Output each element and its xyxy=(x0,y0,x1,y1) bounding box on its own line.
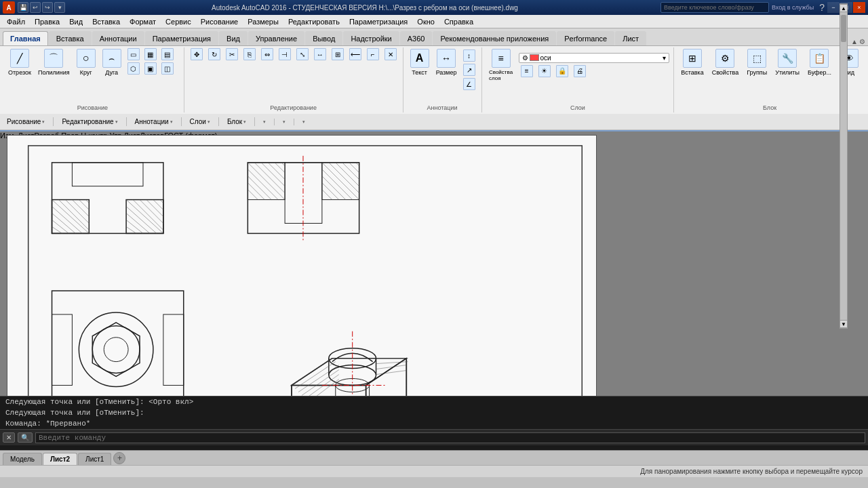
tab-recommended[interactable]: Рекомендованные приложения xyxy=(433,31,556,45)
menu-insert[interactable]: Вставка xyxy=(88,16,124,27)
tab-output[interactable]: Вывод xyxy=(305,31,342,45)
extra-dropdown[interactable]: ▾ xyxy=(260,119,269,125)
gradient-button[interactable]: ▤ xyxy=(159,47,176,61)
annot-dropdown[interactable]: Аннотации ▾ xyxy=(132,117,176,126)
copy-button[interactable]: ⎘ xyxy=(241,47,258,61)
menu-format[interactable]: Формат xyxy=(125,16,160,27)
menu-edit[interactable]: Правка xyxy=(31,16,64,27)
line-button[interactable]: ╱ Отрезок xyxy=(5,47,34,77)
region-button[interactable]: ▣ xyxy=(142,62,159,75)
hatch-button[interactable]: ▦ xyxy=(142,47,159,61)
help-icon[interactable]: ? xyxy=(819,2,825,13)
extra3-dropdown-group: ▾ xyxy=(300,119,313,125)
extra3-dropdown[interactable]: ▾ xyxy=(300,119,308,125)
tab-model[interactable]: Модель xyxy=(3,453,42,465)
tab-addons[interactable]: Надстройки xyxy=(343,31,399,45)
scroll-up[interactable]: ▲ xyxy=(840,4,848,12)
stretch-button[interactable]: ↔ xyxy=(312,47,328,61)
extra2-dropdown[interactable]: ▾ xyxy=(280,119,288,125)
layer-row2-dropdown[interactable]: Слои ▾ xyxy=(187,117,213,126)
annot-sm2[interactable]: ↗ xyxy=(461,63,477,77)
rect-button[interactable]: ▭ xyxy=(125,47,142,61)
menu-edit2[interactable]: Редактировать xyxy=(284,16,344,27)
tab-manage[interactable]: Управление xyxy=(248,31,304,45)
tab-params[interactable]: Параметризация xyxy=(145,31,218,45)
draw-dropdown[interactable]: Рисование ▾ xyxy=(4,117,47,126)
command-input[interactable] xyxy=(35,432,865,443)
dimension-button[interactable]: ↔ Размер xyxy=(433,47,460,77)
tab-performance[interactable]: Performance xyxy=(557,31,614,45)
drawing-canvas[interactable]: ИГ 3.1.85.01.000 Виды, разрезы, аксономе… xyxy=(7,135,597,396)
tab-home[interactable]: Главная xyxy=(3,31,48,45)
dimension-icon: ↔ xyxy=(437,49,456,68)
trim-button[interactable]: ✂ xyxy=(224,47,240,61)
edit-dropdown[interactable]: Редактирование ▾ xyxy=(59,117,120,126)
menu-service[interactable]: Сервис xyxy=(161,16,195,27)
layer-dropdown[interactable]: ⚙ оси ▾ xyxy=(519,53,670,63)
ribbon-minimize-icon[interactable]: ▲ xyxy=(851,38,858,45)
draw-dropdown-group: Рисование ▾ xyxy=(4,117,54,126)
menu-file[interactable]: Файл xyxy=(3,16,29,27)
wipeout-button[interactable]: ◫ xyxy=(159,62,176,75)
arc-button[interactable]: ⌢ Дуга xyxy=(100,47,124,77)
properties-button[interactable]: ⚙ Свойства xyxy=(709,47,742,77)
groups-button[interactable]: ⬚ Группы xyxy=(744,47,770,77)
tab-view[interactable]: Вид xyxy=(219,31,248,45)
layer-sm1[interactable]: ≡ xyxy=(519,64,535,78)
menu-draw[interactable]: Рисование xyxy=(197,16,242,27)
rotate-button[interactable]: ↻ xyxy=(206,47,222,61)
minimize-button[interactable]: − xyxy=(827,2,840,13)
tab-sheet[interactable]: Лист xyxy=(615,31,646,45)
menu-window[interactable]: Окно xyxy=(413,16,439,27)
polyline-button[interactable]: ⌒ Полилиния xyxy=(35,47,73,77)
scroll-down[interactable]: ▼ xyxy=(840,320,848,328)
scroll-thumb[interactable] xyxy=(841,15,846,42)
qa-undo[interactable]: ↩ xyxy=(30,2,41,13)
tab-add-button[interactable]: + xyxy=(113,452,125,464)
qa-redo[interactable]: ↪ xyxy=(42,2,53,13)
menu-view[interactable]: Вид xyxy=(65,16,87,27)
ribbon-search-icon[interactable]: ⚙ xyxy=(859,38,865,45)
block-dropdown[interactable]: Блок ▾ xyxy=(224,117,249,126)
sign-in-link[interactable]: Вход в службы xyxy=(772,4,814,11)
cmd-search-button[interactable]: 🔍 xyxy=(18,432,33,443)
search-input[interactable] xyxy=(660,2,769,13)
tab-annotations[interactable]: Аннотации xyxy=(92,31,144,45)
cmd-cancel-button[interactable]: ✕ xyxy=(3,432,15,443)
insert-button[interactable]: ⊞ Вставка xyxy=(678,47,706,77)
move-button[interactable]: ✥ xyxy=(189,47,205,61)
qa-save[interactable]: 💾 xyxy=(18,2,28,13)
annot-sm3[interactable]: ∠ xyxy=(461,77,477,91)
erase-button[interactable]: ✕ xyxy=(382,47,399,61)
text-button[interactable]: A Текст xyxy=(408,47,432,77)
menu-params[interactable]: Параметризация xyxy=(345,16,412,27)
layer-sm4[interactable]: 🖨 xyxy=(572,64,588,78)
offset-button[interactable]: ⟵ xyxy=(347,47,363,61)
scale-button[interactable]: ⤡ xyxy=(294,47,311,61)
annot-sm1[interactable]: ↕ xyxy=(461,49,477,62)
boundary-button[interactable]: ⬡ xyxy=(125,62,142,75)
tab-sheet2[interactable]: Лист2 xyxy=(43,453,77,465)
extend-button[interactable]: ⊣ xyxy=(277,47,293,61)
menu-dimensions[interactable]: Размеры xyxy=(243,16,283,27)
main-drawing-area[interactable]: ИГ 3.1.85.01.000 Виды, разрезы, аксономе… xyxy=(0,131,868,396)
tab-a360[interactable]: А360 xyxy=(400,31,433,45)
menu-help[interactable]: Справка xyxy=(440,16,477,27)
layer-props-button[interactable]: ≡ Свойстваслоя xyxy=(486,47,516,83)
tab-sheet1[interactable]: Лист1 xyxy=(78,453,111,465)
qa-more[interactable]: ▾ xyxy=(54,2,65,13)
layer-sm2[interactable]: ☀ xyxy=(536,64,553,78)
wipeout-icon: ◫ xyxy=(161,62,174,75)
layer-sm3[interactable]: 🔒 xyxy=(554,64,570,78)
layer-dropdown-group: Слои ▾ xyxy=(187,117,219,126)
edit-chevron: ▾ xyxy=(115,119,118,125)
fillet-button[interactable]: ⌐ xyxy=(365,47,381,61)
circle-button[interactable]: ○ Круг xyxy=(74,47,98,77)
mirror-button[interactable]: ⇔ xyxy=(259,47,275,61)
tab-insert[interactable]: Вставка xyxy=(49,31,92,45)
array-button[interactable]: ⊞ xyxy=(330,47,346,61)
buffer-button[interactable]: 📋 Буфер... xyxy=(805,47,834,77)
vertical-scrollbar[interactable]: ▲ ▼ xyxy=(840,3,848,329)
close-button[interactable]: × xyxy=(853,2,865,13)
utils-button[interactable]: 🔧 Утилиты xyxy=(772,47,802,77)
